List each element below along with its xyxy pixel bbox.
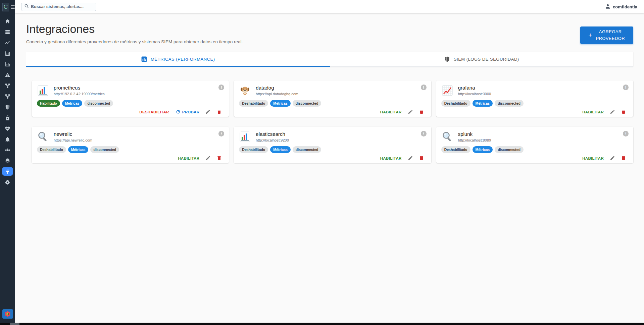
delete-button[interactable]	[619, 107, 628, 117]
sidebar-item-servers[interactable]	[2, 28, 13, 36]
cards-grid: prometheus http://192.0.2.42:19090/metri…	[32, 80, 633, 163]
status-chips: DeshabilitadoMétricasdisconnected	[441, 100, 628, 107]
status-chip: disconnected	[84, 100, 113, 107]
sidebar-item-topology[interactable]	[2, 81, 13, 90]
sidebar-item-plug[interactable]	[2, 167, 13, 176]
page-title: Integraciones	[26, 22, 243, 36]
probar-label: PROBAR	[182, 110, 200, 114]
sidebar-item-database[interactable]	[2, 156, 13, 165]
status-chip: Deshabilitado	[239, 146, 268, 153]
sidebar-item-bar-chart[interactable]	[2, 49, 13, 58]
provider-card-splunk: splunk http://localhost:8089 ! Deshabili…	[436, 127, 633, 163]
provider-card-header: grafana http://localhost:3000	[441, 85, 628, 97]
card-actions: HABILITAR	[441, 154, 628, 163]
edit-button[interactable]	[406, 154, 415, 163]
habilitar-button[interactable]: HABILITAR	[176, 155, 202, 162]
hamburger-menu-icon[interactable]	[10, 5, 15, 9]
deshabilitar-button[interactable]: DESHABILITAR	[137, 108, 171, 116]
edit-button[interactable]	[406, 107, 415, 117]
probar-button[interactable]: PROBAR	[173, 108, 202, 117]
page-subtitle: Conecta y gestiona diferentes proveedore…	[26, 39, 243, 44]
provider-card-datadog: datadog https://api.datadoghq.com ! Desh…	[234, 80, 431, 117]
edit-button[interactable]	[203, 107, 213, 117]
provider-card-header: prometheus http://192.0.2.42:19090/metri…	[37, 85, 224, 97]
habilitar-button[interactable]: HABILITAR	[378, 108, 404, 116]
card-actions: HABILITAR	[239, 107, 426, 117]
search-input[interactable]	[31, 4, 93, 9]
status-chip: disconnected	[293, 146, 321, 153]
habilitar-button[interactable]: HABILITAR	[580, 108, 606, 116]
delete-button[interactable]	[417, 154, 426, 163]
clipboard-check-icon	[5, 115, 10, 121]
tab-mtricas[interactable]: MÉTRICAS (PERFORMANCE)	[26, 52, 330, 67]
card-actions: DESHABILITARPROBAR	[37, 107, 224, 117]
habilitar-label: HABILITAR	[380, 110, 402, 114]
edit-button[interactable]	[608, 154, 617, 163]
delete-button[interactable]	[417, 107, 426, 117]
shield-icon	[5, 104, 10, 110]
provider-name: grafana	[458, 85, 491, 91]
status-chips: DeshabilitadoMétricasdisconnected	[441, 146, 628, 153]
status-chip: Métricas	[270, 100, 291, 107]
info-icon[interactable]: !	[623, 131, 629, 137]
provider-name: splunk	[458, 131, 491, 137]
provider-name: datadog	[256, 85, 298, 91]
sidebar-item-alert-triangle[interactable]	[2, 70, 13, 79]
info-icon[interactable]: !	[421, 131, 427, 137]
dog-icon	[239, 85, 252, 97]
delete-button[interactable]	[214, 107, 224, 117]
pencil-icon	[408, 155, 413, 162]
sidebar-item-bar-chart-2[interactable]	[2, 60, 13, 68]
tab-siem[interactable]: SIEM (LOGS DE SEGURIDAD)	[330, 52, 634, 67]
sidebar-item-shield[interactable]	[2, 103, 13, 111]
plus-icon: +	[588, 32, 592, 39]
sidebar-logo-row: C	[0, 0, 15, 12]
status-chip: Métricas	[68, 146, 89, 153]
sidebar-item-line-chart[interactable]	[2, 38, 13, 47]
delete-button[interactable]	[619, 154, 628, 163]
topology-icon	[5, 83, 10, 89]
habilitar-button[interactable]: HABILITAR	[580, 155, 606, 162]
provider-card-header: splunk http://localhost:8089	[441, 131, 628, 144]
bar-chart-emoji-icon	[239, 131, 252, 144]
sidebar-item-heart-pulse[interactable]	[2, 124, 13, 133]
status-chip: Métricas	[473, 100, 493, 107]
sidebar-item-home[interactable]	[2, 17, 13, 25]
add-provider-button[interactable]: + AGREGAR PROVEEDOR	[580, 26, 633, 44]
pencil-icon	[205, 155, 211, 162]
sidebar-item-clipboard-check[interactable]	[2, 113, 13, 122]
card-actions: HABILITAR	[441, 107, 628, 117]
pencil-icon	[205, 109, 211, 115]
info-icon[interactable]: !	[623, 85, 629, 90]
sidebar-item-bell[interactable]	[2, 135, 13, 144]
user-menu[interactable]: comfidentia	[605, 3, 637, 10]
sidebar-item-gear[interactable]	[2, 178, 13, 186]
react-devtools-badge[interactable]	[2, 309, 13, 320]
sidebar-item-users[interactable]	[2, 146, 13, 154]
provider-card-header: elasticsearch http://localhost:9200	[239, 131, 426, 144]
status-chip: Métricas	[270, 146, 291, 153]
delete-button[interactable]	[214, 154, 224, 163]
status-chip: Habilitado	[37, 100, 60, 107]
search-box[interactable]	[21, 3, 96, 11]
status-chip: disconnected	[495, 100, 524, 107]
provider-card-header: datadog https://api.datadoghq.com	[239, 85, 426, 97]
provider-url: http://localhost:9200	[256, 138, 289, 142]
search-icon	[24, 4, 29, 10]
database-icon	[5, 158, 10, 164]
provider-card-prometheus: prometheus http://192.0.2.42:19090/metri…	[32, 80, 229, 117]
provider-card-elasticsearch: elasticsearch http://localhost:9200 ! De…	[234, 127, 431, 163]
habilitar-button[interactable]: HABILITAR	[378, 155, 404, 162]
username: comfidentia	[613, 4, 637, 9]
edit-button[interactable]	[203, 154, 213, 163]
provider-url: http://192.0.2.42:19090/metrics	[54, 92, 105, 96]
status-chip: Métricas	[62, 100, 83, 107]
chart-up-icon	[441, 85, 454, 97]
sidebar-item-topology-2[interactable]	[2, 92, 13, 101]
app-logo[interactable]: C	[2, 3, 9, 11]
tab-label: MÉTRICAS (PERFORMANCE)	[151, 57, 215, 62]
provider-name: elasticsearch	[256, 131, 289, 137]
edit-button[interactable]	[608, 107, 617, 117]
provider-card-newrelic: newrelic https://api.newrelic.com ! Desh…	[32, 127, 229, 163]
info-icon[interactable]: !	[421, 85, 427, 90]
